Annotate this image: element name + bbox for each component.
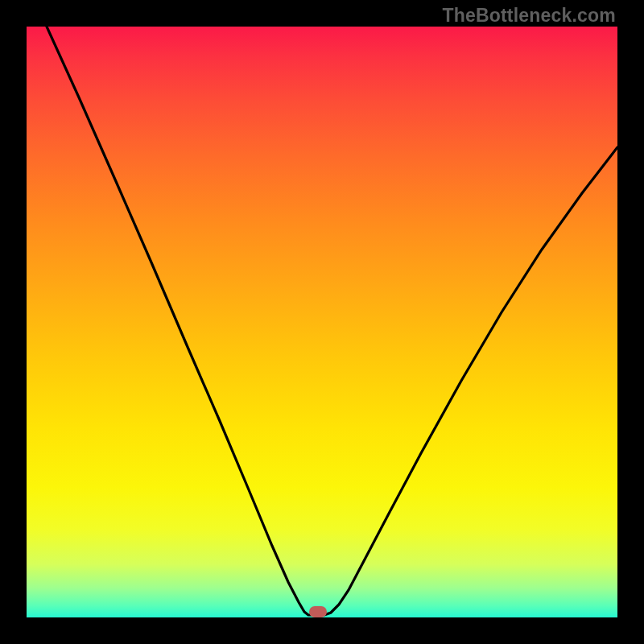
curve-layer [27, 27, 617, 617]
outer-frame: TheBottleneck.com [0, 0, 644, 644]
watermark-text: TheBottleneck.com [442, 5, 616, 27]
bottleneck-curve [47, 27, 617, 615]
minimum-marker [309, 606, 327, 617]
